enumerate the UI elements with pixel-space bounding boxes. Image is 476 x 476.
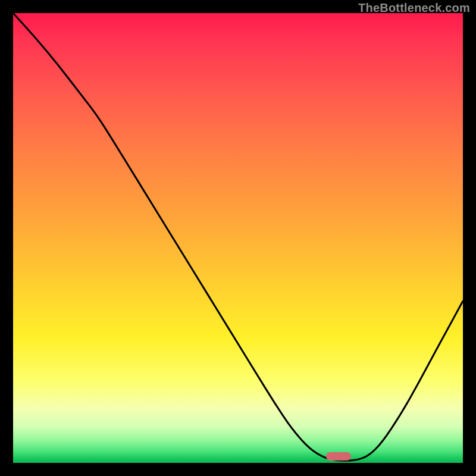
plot-area: [13, 13, 463, 463]
bottleneck-curve: [13, 13, 463, 463]
chart-frame: TheBottleneck.com: [0, 0, 476, 476]
optimal-marker: [326, 452, 351, 461]
